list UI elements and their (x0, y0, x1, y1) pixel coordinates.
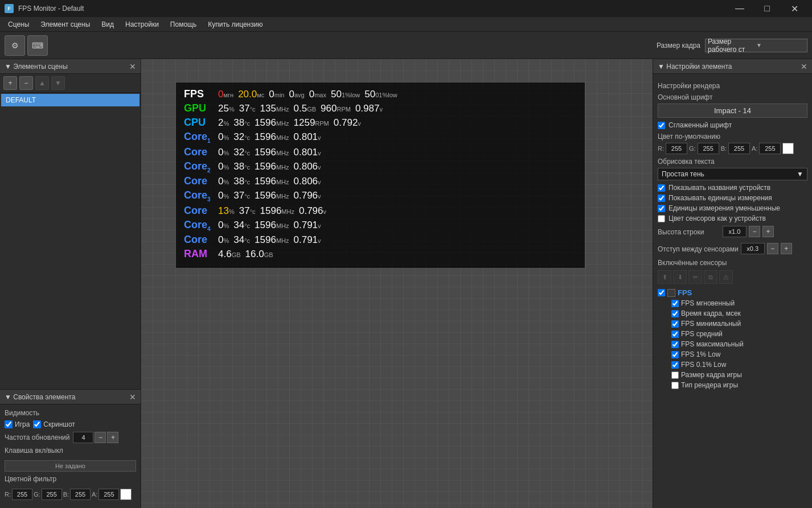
cpu-clock-val: 1596 (255, 117, 276, 129)
row-height-decrease[interactable]: − (749, 226, 760, 237)
a-label: A: (92, 491, 97, 498)
row-height-increase[interactable]: + (762, 226, 774, 237)
cpu-temp-val: 38 (233, 117, 244, 129)
screenshot-checkbox-label[interactable]: Скриншот (33, 420, 75, 428)
core4b-label: Core (184, 234, 218, 246)
gpu-clock-val: 135 (260, 103, 276, 114)
fps-1plow-checkbox[interactable] (671, 351, 679, 358)
overlay-panel: FPS 0 мгн 20.0 мс 0 min 0 avg 0 max 50 1… (175, 82, 585, 269)
game-checkbox[interactable] (5, 420, 13, 428)
menu-settings[interactable]: Настройки (120, 18, 165, 31)
font-display[interactable]: Impact - 14 (658, 104, 807, 118)
smooth-font-checkbox[interactable] (658, 122, 665, 129)
show-device-names-checkbox[interactable] (658, 184, 665, 192)
scenes-up-button: ▲ (35, 76, 49, 90)
fps-avg-checkbox[interactable] (671, 331, 679, 338)
scenes-panel-header: ▼ Элементы сцены ✕ (0, 59, 141, 74)
b-input[interactable] (70, 489, 91, 500)
fps-rendertype-checkbox[interactable] (671, 382, 679, 389)
properties-content: Видимость Игра Скриншот Частота обновлен… (0, 404, 141, 508)
frame-size-select[interactable]: Размер рабочего ст ▼ (705, 39, 807, 52)
minimize-button[interactable]: — (727, 0, 753, 17)
fps-max-checkbox[interactable] (671, 341, 679, 348)
cpu-fan-unit: RPM (315, 120, 329, 127)
update-rate-label: Частота обновлений (5, 433, 69, 441)
screenshot-checkbox[interactable] (33, 420, 41, 428)
scenes-add-button[interactable]: + (3, 76, 17, 90)
g-input[interactable] (42, 489, 62, 500)
titlebar-buttons: — □ ✕ (727, 0, 807, 17)
show-units-label: Показывать единицы измерения (669, 194, 772, 202)
maximize-button[interactable]: □ (754, 0, 780, 17)
fps-group-checkbox[interactable] (658, 289, 665, 296)
update-rate-decrease[interactable]: − (95, 432, 106, 443)
hotkey-button[interactable]: Не задано (5, 460, 136, 472)
show-units-checkbox[interactable] (658, 195, 665, 202)
properties-panel: ▼ Свойства элемента ✕ Видимость Игра Скр… (0, 389, 141, 508)
sensor-color-checkbox[interactable] (658, 215, 665, 222)
dc-r-input[interactable] (666, 143, 687, 154)
outline-label: Обрисовка текста (658, 158, 807, 166)
sensor-spacing-value[interactable] (741, 243, 765, 254)
keyboard-toolbar-button[interactable]: ⌨ (27, 35, 48, 56)
sensor-spacing-decrease[interactable]: − (767, 243, 778, 254)
fps-instant-checkbox[interactable] (671, 300, 679, 307)
menu-buy[interactable]: Купить лицензию (202, 18, 268, 31)
ram-used-unit: GB (232, 251, 241, 258)
game-checkbox-label[interactable]: Игра (5, 420, 30, 428)
row-height-value[interactable] (723, 226, 747, 237)
r-input[interactable] (12, 489, 32, 500)
fps-color-swatch[interactable] (667, 289, 675, 297)
sensor-spacing-label: Отступ между сенсорами (658, 245, 739, 253)
sensor-warn-button: ⚠ (719, 270, 733, 284)
fps-framesize-checkbox[interactable] (671, 371, 679, 379)
color-swatch[interactable] (120, 489, 132, 500)
core2-label: Core2 (184, 160, 218, 174)
menu-scenes[interactable]: Сцены (2, 18, 35, 31)
settings-panel-close[interactable]: ✕ (801, 62, 807, 71)
overlay-fps-row: FPS 0 мгн 20.0 мс 0 min 0 avg 0 max 50 1… (184, 88, 577, 100)
dc-a-input[interactable] (759, 143, 781, 154)
fps-max-label: FPS максимальный (681, 340, 744, 348)
cpu-label: CPU (184, 117, 218, 129)
update-rate-increase[interactable]: + (107, 432, 118, 443)
scenes-panel-close[interactable]: ✕ (129, 62, 136, 71)
fps-framesize-label: Размер кадра игры (681, 371, 742, 379)
menu-view[interactable]: Вид (96, 18, 120, 31)
fps-group-header[interactable]: FPS (658, 287, 807, 298)
enabled-sensors-label: Включённые сенсоры (658, 259, 807, 267)
fps-frametime-sensor: Время кадра, мсек (658, 308, 807, 319)
fps-min-checkbox[interactable] (671, 320, 679, 328)
hotkey-btn-row: Не задано (5, 460, 136, 472)
fps-01plow-checkbox[interactable] (671, 361, 679, 369)
dc-color-swatch[interactable] (782, 143, 794, 154)
fps-frametime-checkbox[interactable] (671, 310, 679, 317)
properties-panel-close[interactable]: ✕ (129, 393, 136, 402)
a-input[interactable] (99, 489, 119, 500)
update-rate-value[interactable] (73, 432, 93, 443)
scenes-remove-button[interactable]: − (19, 76, 33, 90)
color-filter-inputs: R: G: B: A: (5, 489, 136, 500)
smooth-font-row: Сглаженный шрифт (658, 121, 807, 129)
sensor-edit-button: ✏ (688, 270, 702, 284)
menu-scene-element[interactable]: Элемент сцены (35, 18, 96, 31)
settings-toolbar-button[interactable]: ⚙ (5, 35, 25, 56)
default-color-row: R: G: B: A: (658, 143, 807, 154)
color-filter-row: Цветной фильтр (5, 475, 136, 485)
dc-b-input[interactable] (728, 143, 750, 154)
fps-avg-sensor: FPS средний (658, 329, 807, 339)
fps-rendertype-sensor: Тип рендера игры (658, 380, 807, 390)
fps-min-sensor: FPS минимальный (658, 319, 807, 329)
core1b-label: Core (184, 146, 218, 158)
reduced-units-checkbox[interactable] (658, 205, 665, 212)
close-button[interactable]: ✕ (781, 0, 807, 17)
menu-help[interactable]: Помощь (165, 18, 202, 31)
sensor-spacing-increase[interactable]: + (781, 243, 792, 254)
fps-instant-label: FPS мгновенный (681, 299, 735, 307)
outline-dropdown[interactable]: Простая тень ▼ (658, 168, 807, 180)
dc-g-input[interactable] (698, 143, 719, 154)
game-label: Игра (15, 420, 30, 428)
scene-item-default[interactable]: DEFAULT (1, 94, 140, 106)
settings-panel-title: ▼ Настройки элемента (658, 63, 732, 71)
color-filter-group: R: G: B: A: (5, 489, 132, 500)
